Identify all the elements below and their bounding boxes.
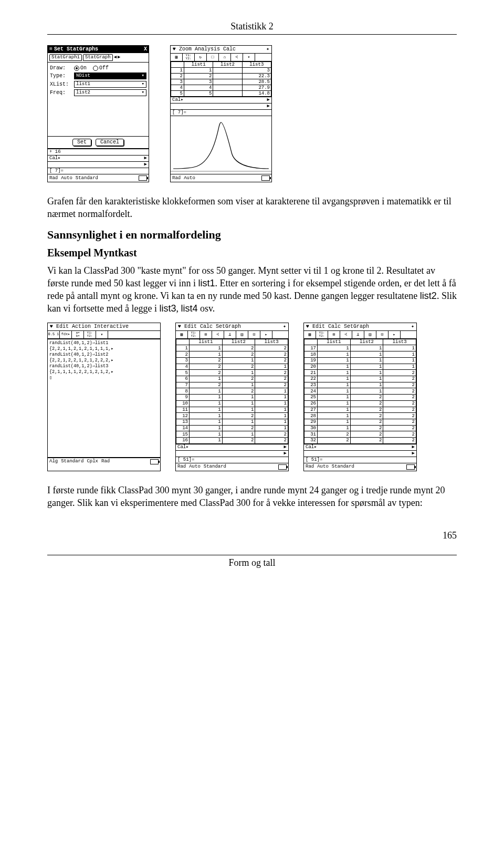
- menu-calc[interactable]: Calc: [223, 47, 236, 52]
- toolbar-icon[interactable]: ▦: [304, 331, 316, 338]
- row-cal[interactable]: Cal▸▶: [304, 444, 416, 450]
- toolbar-icon[interactable]: ⊡: [376, 331, 388, 338]
- dropdown-freq[interactable]: list2▾: [74, 89, 146, 96]
- status-auto: Auto: [184, 176, 195, 181]
- list-ref-2: list2: [420, 291, 437, 301]
- toolbar-icon[interactable]: ▸: [388, 331, 401, 338]
- dropdown-xlist[interactable]: list1▾: [74, 81, 146, 88]
- toolbar-icon[interactable]: ▦: [171, 54, 183, 61]
- menubar: ♥ Edit Calc SetGraph ✦: [304, 323, 416, 331]
- radio-off[interactable]: Off: [93, 66, 109, 71]
- toolbar-icon[interactable]: ⫫: [224, 331, 236, 338]
- menu-edit[interactable]: Edit: [184, 324, 197, 329]
- page-number: 165: [47, 530, 457, 541]
- toolbar-icon[interactable]: fdx▸: [60, 331, 72, 338]
- data-table[interactable]: list1list2list3 113 2222.3 3328.5 4427.9…: [171, 61, 271, 97]
- menu-edit[interactable]: Edit: [312, 324, 325, 329]
- toolbar-icon[interactable]: Y1: Y2:: [84, 331, 96, 338]
- cancel-button[interactable]: Cancel: [96, 139, 124, 146]
- page-running-title: Statistikk 2: [47, 21, 457, 32]
- status-auto: Auto: [189, 464, 201, 469]
- status-rad: Rad: [172, 176, 181, 181]
- menu-edit[interactable]: Edit: [56, 324, 69, 329]
- diamond-icon[interactable]: ✦: [411, 324, 414, 329]
- toolbar-icon[interactable]: a= b=: [72, 331, 84, 338]
- menu-zoom[interactable]: Zoom: [179, 47, 192, 52]
- toolbar-icon[interactable]: ▾: [96, 331, 108, 338]
- toolbar-icon[interactable]: ↻: [195, 54, 207, 61]
- heading-eksempel: Eksempel Myntkast: [47, 247, 457, 259]
- set-button[interactable]: Set: [72, 139, 91, 146]
- toolbar-icon[interactable]: ⊞: [328, 331, 340, 338]
- toolbar-icon[interactable]: ▦: [176, 331, 188, 338]
- menu-setgraph[interactable]: SetGraph: [344, 324, 369, 329]
- dropdown-type[interactable]: NDist▾: [74, 73, 146, 79]
- iconbar: ▦ Y1: Y2: ⊞ ⩹ ⫫ ▤ ⊡ ▸: [304, 331, 416, 339]
- row-cal[interactable]: Cal▸▶: [48, 155, 149, 161]
- calc-set-statgraphs: ≡ Set StatGraphs X StatGraph1 StatGraph …: [47, 45, 149, 182]
- toolbar-icon[interactable]: ▸: [260, 331, 272, 338]
- footer: Form og tall: [47, 555, 457, 568]
- label-xlist: XList:: [50, 82, 72, 87]
- menu-heart-icon[interactable]: ♥: [173, 47, 176, 52]
- toolbar-icon[interactable]: Y1: Y2:: [183, 54, 195, 61]
- menu-heart-icon[interactable]: ♥: [306, 324, 309, 329]
- toolbar-icon[interactable]: ⌂: [219, 54, 231, 61]
- row-eq: [ 7]=: [171, 109, 271, 116]
- menu-calc[interactable]: Calc: [200, 324, 213, 329]
- code-line: ▯: [49, 375, 159, 381]
- menubar: ♥ Edit Calc SetGraph ✦: [176, 323, 288, 331]
- data-table[interactable]: list1list2list31122212232124221521261227…: [176, 339, 288, 444]
- toolbar-icon[interactable]: ⩹: [340, 331, 352, 338]
- tab-statgraph1[interactable]: StatGraph1: [49, 54, 82, 61]
- menu-interactive[interactable]: Interactive: [94, 324, 129, 329]
- toolbar-icon[interactable]: ⫫: [352, 331, 364, 338]
- toolbar-icon[interactable]: ⊡: [248, 331, 260, 338]
- status-bar: Rad Auto: [171, 174, 271, 182]
- diamond-icon[interactable]: ✦: [283, 324, 286, 329]
- menu-setgraph[interactable]: SetGraph: [216, 324, 241, 329]
- toolbar-icon[interactable]: ▤: [364, 331, 376, 338]
- close-icon[interactable]: X: [144, 47, 147, 52]
- menu-heart-icon[interactable]: ♥: [178, 324, 181, 329]
- status-auto: Auto: [317, 464, 329, 469]
- toolbar-icon[interactable]: ⩹: [231, 54, 243, 61]
- status-alg: Alg: [49, 459, 58, 464]
- toolbar-icon[interactable]: 0.5 1: [48, 331, 60, 338]
- diamond-icon[interactable]: ✦: [266, 47, 269, 52]
- row-blank: ▶: [171, 103, 271, 109]
- toolbar-icon[interactable]: □: [207, 54, 219, 61]
- tab-statgraph2[interactable]: StatGraph: [83, 54, 113, 61]
- tab-arrow-left-icon[interactable]: ◀: [114, 55, 117, 60]
- radio-on[interactable]: On: [74, 66, 87, 71]
- toolbar-icon[interactable]: Y1: Y2:: [188, 331, 200, 338]
- header-rule: [47, 34, 457, 35]
- status-bar: Alg Standard Cplx Rad: [48, 458, 160, 465]
- heading-sannsynlighet: Sannsynlighet i en normalfordeling: [47, 228, 457, 242]
- label-draw: Draw:: [50, 66, 72, 71]
- row-cal[interactable]: Cal▸▶: [176, 444, 288, 450]
- toolbar-dropdown-icon[interactable]: ▾: [243, 54, 255, 61]
- toolbar-icon[interactable]: Y1: Y2:: [316, 331, 328, 338]
- code-pane[interactable]: randList(40,1,2)⇒list1 {2,2,1,1,2,1,2,1,…: [48, 339, 160, 458]
- data-table[interactable]: list1list2list31711118111191112011121112…: [304, 339, 416, 444]
- list-ref-4: list4: [181, 303, 197, 314]
- menu-action[interactable]: Action: [72, 324, 91, 329]
- code-line: {2,2,1,1,2,1,2,1,1,1,1,▸: [49, 346, 159, 352]
- battery-icon: [150, 459, 159, 464]
- status-auto: Auto: [61, 176, 72, 181]
- footer-center: Form og tall: [47, 557, 457, 568]
- normal-curve-graph: [171, 116, 271, 174]
- menu-analysis[interactable]: Analysis: [195, 47, 220, 52]
- row-cal[interactable]: Cal▸▶: [171, 97, 271, 103]
- toolbar-icon[interactable]: ⩹: [212, 331, 224, 338]
- calc-edit-action: ♥ Edit Action Interactive 0.5 1 fdx▸ a= …: [47, 323, 161, 471]
- list-ref-3: list3: [159, 303, 176, 314]
- row-plus16: + 16: [48, 149, 149, 155]
- tab-arrow-right-icon[interactable]: ▶: [118, 55, 120, 60]
- menu-heart-icon[interactable]: ♥: [50, 324, 53, 329]
- toolbar-icon[interactable]: ⊞: [200, 331, 212, 338]
- calc-zoom-analysis: ♥ Zoom Analysis Calc ✦ ▦ Y1: Y2: ↻ □ ⌂ ⩹…: [170, 45, 272, 182]
- toolbar-icon[interactable]: ▤: [236, 331, 248, 338]
- menu-calc[interactable]: Calc: [328, 324, 341, 329]
